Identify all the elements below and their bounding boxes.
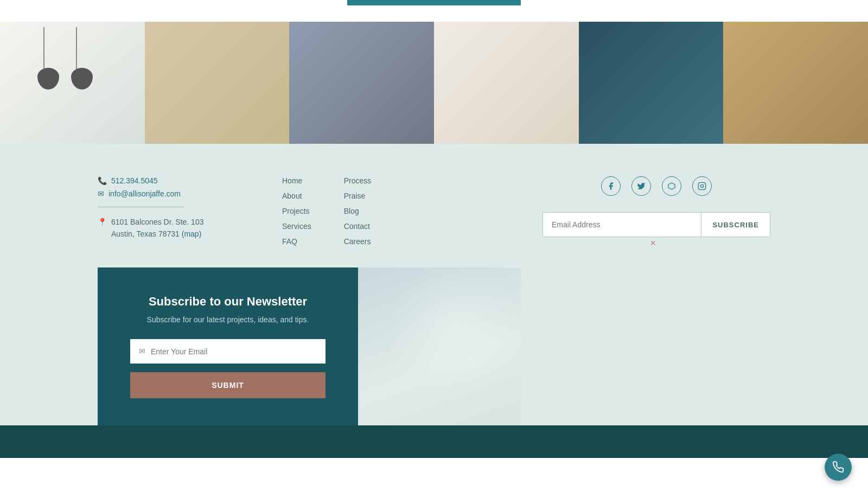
close-icon[interactable]: ✕ <box>650 239 656 248</box>
address-text: 6101 Balcones Dr. Ste. 103 Austin, Texas… <box>111 216 203 240</box>
houzz-icon[interactable] <box>662 176 681 196</box>
phone-icon: 📞 <box>98 176 107 185</box>
address-line2: Austin, Texas 78731 (map) <box>111 228 203 240</box>
image-gallery <box>0 22 868 144</box>
footer-contact: 📞 512.394.5045 ✉ info@allisonjaffe.com 📍… <box>98 176 260 240</box>
footer-email-link[interactable]: ✉ info@allisonjaffe.com <box>98 189 260 198</box>
nav-careers[interactable]: Careers <box>344 237 372 246</box>
newsletter-title: Subscribe to our Newsletter <box>130 295 326 309</box>
phone-number: 512.394.5045 <box>111 176 158 185</box>
map-link[interactable]: (map) <box>182 230 202 238</box>
svg-point-1 <box>700 184 703 187</box>
nav-blog[interactable]: Blog <box>344 207 372 215</box>
footer-social-email: SUBSCRIBE ✕ <box>542 176 770 237</box>
newsletter-email-input[interactable] <box>151 347 317 356</box>
svg-rect-0 <box>698 182 705 189</box>
newsletter-image <box>358 267 521 425</box>
footer-email-text: info@allisonjaffe.com <box>108 189 181 198</box>
mail-icon: ✉ <box>98 189 104 198</box>
gallery-item-wallpaper <box>579 22 724 144</box>
footer-nav: Home About Projects Services FAQ Process… <box>282 176 521 246</box>
gallery-item-table <box>145 22 290 144</box>
footer: 📞 512.394.5045 ✉ info@allisonjaffe.com 📍… <box>0 144 868 425</box>
footer-divider <box>98 207 184 207</box>
email-address-input[interactable] <box>542 212 701 237</box>
top-button[interactable] <box>347 0 521 5</box>
twitter-icon[interactable] <box>631 176 651 196</box>
nav-process[interactable]: Process <box>344 176 372 185</box>
email-subscribe-form: SUBSCRIBE ✕ <box>542 212 770 237</box>
nav-projects[interactable]: Projects <box>282 207 311 215</box>
gallery-item-kitchen <box>0 22 145 144</box>
newsletter-overlay: Subscribe to our Newsletter Subscribe fo… <box>54 267 814 425</box>
footer-phone: 📞 512.394.5045 <box>98 176 260 185</box>
newsletter-email-wrap: ✉ <box>130 339 326 364</box>
newsletter-submit-button[interactable]: Submit <box>130 372 326 398</box>
nav-praise[interactable]: Praise <box>344 192 372 200</box>
svg-point-2 <box>704 184 704 184</box>
instagram-icon[interactable] <box>692 176 712 196</box>
footer-dark-bar <box>0 425 868 458</box>
gallery-item-tile <box>289 22 434 144</box>
nav-services[interactable]: Services <box>282 222 311 231</box>
newsletter-mail-icon: ✉ <box>139 347 145 356</box>
subscribe-button[interactable]: SUBSCRIBE <box>701 212 770 237</box>
nav-about[interactable]: About <box>282 192 311 200</box>
social-icons <box>542 176 770 196</box>
gallery-item-dining <box>723 22 868 144</box>
address-line1: 6101 Balcones Dr. Ste. 103 <box>111 216 203 228</box>
newsletter-box: Subscribe to our Newsletter Subscribe fo… <box>98 267 358 425</box>
facebook-icon[interactable] <box>601 176 621 196</box>
newsletter-subtitle: Subscribe for our latest projects, ideas… <box>130 315 326 324</box>
nav-faq[interactable]: FAQ <box>282 237 311 246</box>
nav-contact[interactable]: Contact <box>344 222 372 231</box>
footer-nav-col2: Process Praise Blog Contact Careers <box>344 176 372 246</box>
nav-home[interactable]: Home <box>282 176 311 185</box>
pin-icon: 📍 <box>98 216 107 228</box>
top-bar <box>0 0 868 22</box>
gallery-item-bathroom <box>434 22 579 144</box>
footer-address: 📍 6101 Balcones Dr. Ste. 103 Austin, Tex… <box>98 216 260 240</box>
footer-inner: 📞 512.394.5045 ✉ info@allisonjaffe.com 📍… <box>54 176 814 246</box>
footer-nav-col1: Home About Projects Services FAQ <box>282 176 311 246</box>
